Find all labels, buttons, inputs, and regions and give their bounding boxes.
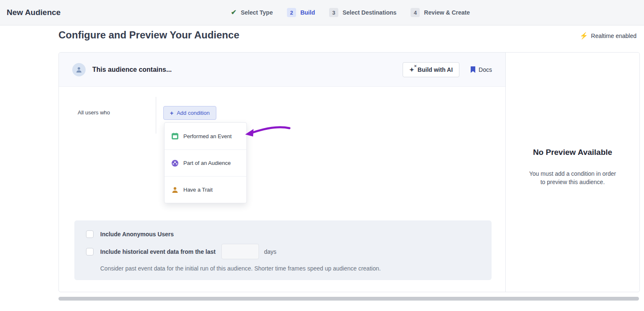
step-select-type[interactable]: ✔ Select Type — [231, 9, 273, 16]
top-bar: New Audience ✔ Select Type 2 Build 3 Sel… — [0, 0, 644, 25]
docs-label: Docs — [479, 66, 492, 73]
menu-item-part-of-audience[interactable]: Part of an Audience — [165, 149, 246, 176]
wizard-stepper: ✔ Select Type 2 Build 3 Select Destinati… — [231, 0, 470, 25]
all-users-label: All users who — [78, 109, 110, 116]
realtime-label: Realtime enabled — [591, 33, 636, 39]
add-condition-label: Add condition — [177, 110, 210, 116]
builder-column: This audience contains... ✦✕ Build with … — [59, 53, 505, 292]
sparkle-ai-icon: ✦✕ — [409, 67, 414, 73]
builder-title: This audience contains... — [92, 66, 172, 73]
audience-icon — [171, 159, 179, 167]
menu-item-label: Performed an Event — [183, 133, 232, 139]
audience-avatar-icon — [72, 63, 86, 76]
step-label: Review & Create — [424, 9, 470, 16]
menu-item-performed-event[interactable]: Performed an Event — [165, 123, 246, 149]
step-number: 4 — [411, 8, 420, 17]
include-anonymous-checkbox[interactable] — [86, 230, 94, 238]
step-number: 3 — [329, 8, 338, 17]
condition-divider — [156, 97, 156, 134]
step-label: Select Type — [241, 9, 273, 16]
docs-link[interactable]: Docs — [470, 66, 492, 73]
trait-person-icon — [171, 186, 179, 194]
realtime-badge: ⚡ Realtime enabled — [580, 33, 636, 39]
header-actions: ✦✕ Build with AI Docs — [403, 62, 492, 77]
options-panel: Include Anonymous Users Include historic… — [74, 220, 492, 280]
menu-item-have-a-trait[interactable]: Have a Trait — [165, 176, 246, 203]
window-title: New Audience — [7, 8, 61, 17]
lightning-icon: ⚡ — [580, 33, 588, 39]
build-with-ai-button[interactable]: ✦✕ Build with AI — [403, 62, 459, 77]
preview-panel: No Preview Available You must add a cond… — [505, 53, 639, 292]
include-anonymous-label: Include Anonymous Users — [100, 231, 174, 238]
historical-data-row: Include historical event data from the l… — [86, 244, 480, 259]
page-title: Configure and Preview Your Audience — [58, 29, 239, 41]
condition-type-menu: Performed an Event Part of an Audience — [164, 122, 247, 203]
add-condition-button[interactable]: + Add condition — [163, 106, 216, 120]
historical-days-input[interactable] — [221, 244, 259, 259]
step-select-destinations[interactable]: 3 Select Destinations — [329, 8, 396, 17]
builder-header: This audience contains... ✦✕ Build with … — [59, 53, 505, 87]
annotation-arrow — [243, 124, 293, 141]
builder-body: All users who + Add condition Performed … — [59, 87, 505, 292]
horizontal-scrollbar[interactable] — [58, 297, 639, 301]
days-label: days — [264, 248, 276, 255]
step-label: Select Destinations — [342, 9, 396, 16]
menu-item-label: Part of an Audience — [183, 160, 231, 166]
build-with-ai-label: Build with AI — [418, 66, 453, 73]
step-review-create[interactable]: 4 Review & Create — [411, 8, 470, 17]
include-historical-label: Include historical event data from the l… — [100, 248, 216, 255]
step-label: Build — [300, 9, 315, 16]
audience-builder-card: This audience contains... ✦✕ Build with … — [58, 52, 640, 292]
preview-message: You must add a condition in order to pre… — [527, 169, 619, 186]
bookmark-icon — [470, 66, 476, 73]
preview-title: No Preview Available — [533, 148, 612, 157]
event-calendar-icon — [171, 132, 179, 140]
menu-item-label: Have a Trait — [183, 187, 213, 193]
step-number: 2 — [287, 8, 296, 17]
plus-icon: + — [170, 110, 173, 116]
check-icon: ✔ — [231, 9, 236, 16]
historical-helper-text: Consider past event data for the initial… — [100, 265, 480, 272]
step-build[interactable]: 2 Build — [287, 8, 315, 17]
anonymous-users-row: Include Anonymous Users — [86, 230, 480, 238]
include-historical-checkbox[interactable] — [86, 248, 94, 255]
